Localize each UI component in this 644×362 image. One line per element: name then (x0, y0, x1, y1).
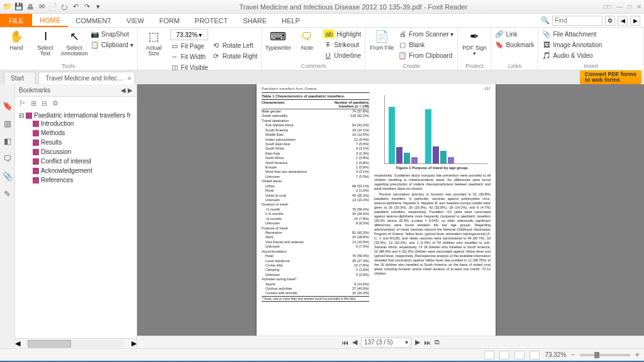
close-icon[interactable]: ✕ (636, 3, 641, 10)
bookmarks-hscroll[interactable]: ◀ ▶ (15, 338, 136, 348)
scroll-left-icon[interactable]: ◀ (15, 339, 20, 348)
rotate-left-button[interactable]: ⟲Rotate Left (212, 40, 258, 50)
promo-banner[interactable]: Convert PDF forms to web forms (580, 70, 641, 84)
zoom-slider[interactable] (580, 354, 630, 356)
snapshot-button[interactable]: 📷SnapShot (91, 29, 133, 39)
scroll-right-icon[interactable]: ▶ (131, 339, 136, 348)
document-viewport[interactable]: Paediatric travellers from Greece 137 Ta… (137, 84, 644, 348)
zoom-in-button[interactable]: + (635, 351, 639, 358)
select-text-button[interactable]: ꓲ Select Text (33, 29, 58, 57)
fit-page-button[interactable]: ▭Fit Page (170, 41, 208, 51)
bookmark-button[interactable]: 🔖Bookmark (495, 40, 534, 50)
bookmark-item[interactable]: Introduction (33, 119, 136, 128)
comments-panel-icon[interactable]: 🗨 (3, 153, 13, 163)
pdf-page: Paediatric travellers from Greece 137 Ta… (257, 84, 496, 338)
body-paragraph: respectively. Guidelines about mosquito … (374, 173, 491, 191)
actual-size-button[interactable]: ⬚ Actual Size (142, 29, 167, 57)
hand-button[interactable]: ✋ Hand (4, 29, 29, 51)
tab-document[interactable]: Travel Medicine and Infec…✕ (38, 72, 135, 84)
from-clipboard-button[interactable]: 📋From Clipboard (398, 50, 453, 60)
new-bookmark-icon[interactable]: 🏳 (19, 99, 26, 107)
refresh-icon[interactable]: ⭮ (59, 2, 69, 12)
mail-icon[interactable]: ✉ (36, 2, 47, 12)
select-annotation-button[interactable]: ↖ Select Annotation (62, 29, 87, 57)
tab-form[interactable]: FORM (152, 14, 187, 27)
bookmark-item[interactable]: Discussion (33, 147, 136, 156)
page-number-input[interactable]: 137 (3 / 5)▾ (361, 337, 411, 348)
scroll-track[interactable] (28, 340, 124, 348)
save-icon[interactable]: 💾 (14, 2, 24, 12)
attachments-panel-icon[interactable]: 📎 (3, 171, 13, 181)
bookmark-item[interactable]: Acknowledgement (33, 166, 136, 175)
bookmarks-panel-icon[interactable]: 🔖 (3, 101, 13, 111)
note-icon: 🗨 (299, 29, 314, 44)
redo-icon[interactable]: ↷ (82, 2, 92, 12)
open-icon[interactable]: 📁 (3, 2, 13, 12)
zoom-slider-knob[interactable] (594, 352, 599, 358)
prev-page-button[interactable]: ◀ (352, 338, 357, 346)
tab-view[interactable]: VIEW (119, 14, 152, 27)
bookmark-root[interactable]: ⊟ Paediatric international travellers fr (19, 112, 136, 119)
close-tab-icon[interactable]: ✕ (127, 75, 132, 82)
bookmark-item[interactable]: Results (33, 138, 136, 147)
tab-home[interactable]: HOME (32, 14, 68, 27)
search-icon[interactable]: 🔍 (541, 16, 550, 25)
page-display-icon[interactable]: ⧉ (435, 338, 440, 346)
view-mode-continuous-icon[interactable] (499, 351, 509, 359)
zoom-out-button[interactable]: − (571, 351, 575, 358)
next-page-button[interactable]: ▶ (415, 338, 420, 346)
clipboard-icon: 📋 (91, 40, 99, 49)
maximize-icon[interactable]: □ (628, 3, 631, 10)
view-mode-facing-icon[interactable] (514, 351, 525, 359)
view-mode-single-icon[interactable] (484, 351, 494, 359)
file-attachment-button[interactable]: 📎File Attachment (542, 29, 602, 39)
from-scanner-button[interactable]: 🖨From Scanner ▾ (398, 29, 453, 39)
last-page-button[interactable]: ⏭ (424, 339, 431, 346)
panel-collapse-icon[interactable]: ◀ ▶ (121, 87, 133, 94)
typewriter-button[interactable]: ⌨ Typewriter (265, 29, 291, 51)
from-file-button[interactable]: 📄 From File (369, 29, 394, 51)
note-button[interactable]: 🗨 Note (294, 29, 319, 51)
pdf-sign-button[interactable]: ✒ PDF Sign ▾ (462, 29, 487, 57)
page-icon[interactable]: 📄 (48, 2, 58, 12)
view-mode-cont-facing-icon[interactable] (530, 351, 540, 359)
first-page-button[interactable]: ⏮ (341, 339, 348, 346)
highlight-button[interactable]: abHighlight (323, 29, 361, 39)
zoom-combo[interactable]: 73.32%▾ (170, 29, 208, 40)
tab-start[interactable]: Start (4, 72, 36, 84)
bookmark-item[interactable]: Conflict of interest (33, 156, 136, 166)
image-annotation-button[interactable]: 🖼Image Annotation (542, 40, 602, 50)
tree-toggle-icon[interactable]: ⊟ (19, 112, 24, 119)
bookmark-item[interactable]: Methods (33, 128, 136, 138)
minimize-icon[interactable]: — (616, 3, 623, 10)
options-icon[interactable]: ⚙ (52, 99, 58, 107)
underline-button[interactable]: UUnderline (323, 50, 361, 60)
bookmark-item[interactable]: References (33, 175, 136, 185)
audio-video-button[interactable]: 🎵Audio & Video (542, 50, 602, 60)
blank-button[interactable]: ▢Blank (398, 40, 453, 50)
fit-width-button[interactable]: ↔Fit Width (170, 52, 208, 62)
undo-icon[interactable]: ↶ (70, 2, 80, 12)
find-next-button[interactable]: ▶ (630, 16, 640, 26)
clipboard-button[interactable]: 📋Clipboard ▾ (91, 40, 133, 50)
link-button[interactable]: 🔗Link (495, 29, 534, 39)
tab-file[interactable]: FILE (0, 14, 32, 27)
tab-protect[interactable]: PROTECT (187, 14, 236, 27)
expand-icon[interactable]: ⊞ (31, 99, 36, 107)
rotate-right-button[interactable]: ⟳Rotate Right (212, 51, 258, 61)
pages-panel-icon[interactable]: ▥ (3, 118, 13, 128)
skin-icon[interactable]: □□ (604, 3, 611, 10)
find-input[interactable] (552, 16, 602, 26)
scroll-thumb[interactable] (28, 340, 71, 348)
print-icon[interactable]: 🖶 (25, 2, 35, 12)
find-options-button[interactable]: ⚙ (605, 16, 615, 26)
strikeout-button[interactable]: TStrikeout (323, 40, 361, 50)
tab-comment[interactable]: COMMENT (68, 14, 119, 27)
qat-more-icon[interactable]: ▾ (93, 2, 103, 12)
signatures-panel-icon[interactable]: ✎ (3, 189, 13, 199)
tab-share[interactable]: SHARE (235, 14, 274, 27)
collapse-icon[interactable]: ⊟ (42, 99, 47, 107)
layers-panel-icon[interactable]: ◧ (3, 136, 13, 146)
tab-help[interactable]: HELP (274, 14, 308, 27)
find-prev-button[interactable]: ◀ (618, 16, 628, 26)
